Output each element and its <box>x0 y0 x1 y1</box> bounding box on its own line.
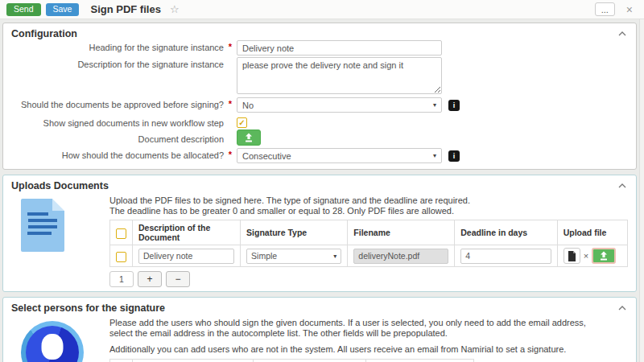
heading-label-text: Heading for the signature instance <box>89 43 224 52</box>
upload-file-button[interactable] <box>592 248 616 264</box>
persons-icon-column <box>11 315 109 362</box>
uploads-header: Uploads Documents <box>11 179 628 192</box>
heading-row: Heading for the signature instance * <box>11 40 628 56</box>
uploads-table-header-row: Description of the Document Signature Ty… <box>110 220 628 245</box>
doc-description-upload-button[interactable] <box>237 130 261 146</box>
show-signed-label-text: Show signed documents in new workflow st… <box>43 118 224 128</box>
heading-label: Heading for the signature instance * <box>11 40 237 52</box>
uploads-title: Uploads Documents <box>11 180 617 191</box>
document-icon <box>21 199 64 252</box>
vertical-scrollbar[interactable] <box>639 19 644 362</box>
uploads-info-text: Upload the PDF files to be signed here. … <box>109 195 628 216</box>
approve-label: Should the documents be approved before … <box>11 97 237 109</box>
collapse-chevron-icon[interactable] <box>617 304 628 312</box>
show-signed-label: Show signed documents in new workflow st… <box>11 116 237 128</box>
show-signed-row: Show signed documents in new workflow st… <box>11 116 628 128</box>
col-last-name: Last name <box>366 360 474 362</box>
doc-description-label-text: Document description <box>138 134 224 144</box>
caret-down-icon: ▾ <box>333 253 336 260</box>
uploads-section: Uploads Documents Upload the PDF files t… <box>2 175 637 292</box>
more-options-button[interactable]: ... <box>595 2 615 16</box>
doc-description-label: Document description <box>11 130 237 144</box>
required-marker: * <box>229 150 232 159</box>
person-icon <box>21 321 84 362</box>
required-marker: * <box>229 42 232 51</box>
description-label-text: Description for the signature instance <box>77 60 224 69</box>
description-label: Description for the signature instance <box>11 57 237 69</box>
persons-title: Select persons for the signature <box>11 302 617 314</box>
save-button[interactable]: Save <box>46 3 80 16</box>
persons-header: Select persons for the signature <box>11 301 628 315</box>
row-count-input[interactable] <box>109 271 134 287</box>
show-signed-checkbox[interactable]: ✓ <box>237 117 247 128</box>
upload-icon <box>599 251 609 261</box>
collapse-chevron-icon[interactable] <box>617 30 628 38</box>
filename-readonly-input <box>353 249 448 264</box>
description-textarea[interactable]: please prove the delivery note and sign … <box>237 57 442 94</box>
required-marker: * <box>229 99 232 109</box>
allocation-label: How should the documents be allocated? * <box>11 148 237 160</box>
collapse-chevron-icon[interactable] <box>617 182 628 190</box>
row-checkbox[interactable] <box>116 252 126 262</box>
col-upload-file: Upload file <box>557 220 627 245</box>
remove-file-icon[interactable]: × <box>583 251 589 261</box>
uploads-table-row: Simple ▾ × <box>110 245 628 267</box>
persons-info-line1: Please add the users who should sign the… <box>109 318 609 339</box>
allocation-label-text: How should the documents be allocated? <box>62 150 224 160</box>
remove-row-button[interactable]: − <box>166 271 190 287</box>
col-signature-type: Signature Type <box>241 220 348 245</box>
approve-row: Should the documents be approved before … <box>11 97 628 113</box>
allocation-row: How should the documents be allocated? *… <box>11 148 628 163</box>
uploads-info-line1: Upload the PDF files to be signed here. … <box>109 195 470 205</box>
signature-type-select[interactable]: Simple ▾ <box>246 249 341 264</box>
persons-table: E-Mail First name Last name <box>109 359 474 362</box>
description-row: Description for the signature instance p… <box>11 57 628 94</box>
configuration-title: Configuration <box>11 28 617 39</box>
configuration-section: Configuration Heading for the signature … <box>2 23 637 170</box>
configuration-header: Configuration <box>11 27 628 40</box>
col-deadline: Deadline in days <box>455 220 557 245</box>
heading-input[interactable] <box>237 40 442 56</box>
persons-info-line2: Additionally you can add users who are n… <box>109 344 628 355</box>
doc-description-row: Document description <box>11 130 628 146</box>
upload-icon <box>244 133 254 142</box>
caret-down-icon: ▾ <box>433 152 436 159</box>
uploads-info-line2: The deadline has to be greater 0 and sma… <box>109 206 454 216</box>
approve-label-text: Should the documents be approved before … <box>21 100 224 109</box>
deadline-input[interactable] <box>460 249 551 264</box>
page-title: Sign PDF files <box>90 3 160 15</box>
persons-table-header-row: E-Mail First name Last name <box>110 360 474 362</box>
file-icon <box>568 251 576 261</box>
toolbar: Send Save Sign PDF files ☆ ... × <box>0 0 644 19</box>
rows-pager: + − <box>109 271 628 287</box>
col-email: E-Mail <box>133 360 254 362</box>
allocation-select-value: Consecutive <box>242 151 291 161</box>
close-icon[interactable]: × <box>626 3 633 16</box>
document-description-input[interactable] <box>138 249 234 264</box>
caret-down-icon: ▾ <box>433 101 436 109</box>
approve-select[interactable]: No ▾ <box>237 97 442 113</box>
select-all-checkbox[interactable] <box>116 228 126 239</box>
info-icon[interactable]: i <box>448 150 460 162</box>
col-description: Description of the Document <box>133 220 241 245</box>
info-icon[interactable]: i <box>448 100 460 111</box>
favorite-star-icon[interactable]: ☆ <box>170 3 180 15</box>
approve-select-value: No <box>242 101 254 110</box>
allocation-select[interactable]: Consecutive ▾ <box>237 148 442 163</box>
persons-section: Select persons for the signature Please … <box>2 297 637 362</box>
signature-type-value: Simple <box>251 251 277 261</box>
col-filename: Filename <box>348 220 455 245</box>
send-button[interactable]: Send <box>6 3 41 16</box>
view-file-button[interactable] <box>564 248 580 264</box>
col-first-name: First name <box>254 360 366 362</box>
add-row-button[interactable]: + <box>138 271 162 287</box>
uploads-table: Description of the Document Signature Ty… <box>109 220 628 267</box>
uploads-icon-column <box>11 192 109 287</box>
